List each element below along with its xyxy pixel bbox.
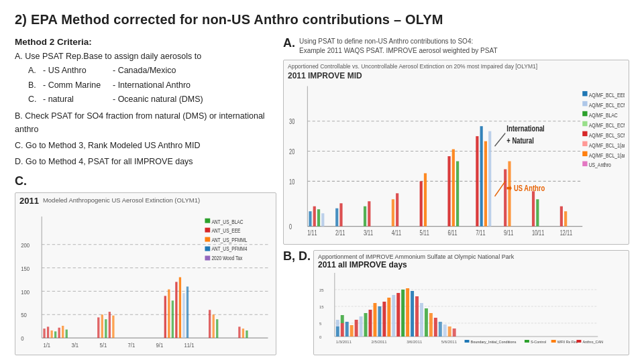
criteria-sub-a: A. - US Anthro - Canada/Mexico xyxy=(28,64,276,78)
svg-text:100: 100 xyxy=(21,288,30,296)
svg-rect-74 xyxy=(484,141,487,227)
svg-rect-125 xyxy=(341,315,344,323)
svg-text:4/11: 4/11 xyxy=(392,229,401,237)
svg-text:1/3/2011: 1/3/2011 xyxy=(336,340,352,344)
svg-rect-27 xyxy=(216,319,218,338)
svg-rect-143 xyxy=(425,308,428,337)
section-bd-label: B, D. xyxy=(283,250,311,262)
item-b-letter: B. xyxy=(15,111,25,121)
svg-text:AQ/MF_BLAC: AQ/MF_BLAC xyxy=(589,111,618,119)
svg-text:2/11: 2/11 xyxy=(335,229,345,237)
svg-text:0: 0 xyxy=(319,335,322,339)
svg-rect-13 xyxy=(97,317,99,338)
svg-rect-123 xyxy=(336,320,339,326)
svg-text:AQ/MF_BCL_ECML: AQ/MF_BCL_ECML xyxy=(589,121,625,129)
section-a-label: A. xyxy=(283,37,295,49)
svg-text:WFII Rx Fire: WFII Rx Fire xyxy=(557,340,578,344)
svg-text:3/6/2011: 3/6/2011 xyxy=(407,340,423,344)
svg-rect-44 xyxy=(205,228,210,233)
svg-rect-68 xyxy=(424,173,427,226)
svg-text:6/11: 6/11 xyxy=(447,229,457,237)
svg-rect-12 xyxy=(66,330,68,339)
svg-text:2/5/2011: 2/5/2011 xyxy=(371,340,387,344)
sub-label-a: - US Anthro xyxy=(43,64,110,78)
chart-c-svg: 1/1 3/1 5/1 7/1 9/1 11/1 0 50 100 150 20… xyxy=(19,207,272,352)
svg-rect-60 xyxy=(321,213,324,226)
sub-letter-c: C. xyxy=(28,93,40,107)
svg-rect-8 xyxy=(50,330,52,338)
svg-rect-145 xyxy=(434,318,437,337)
svg-text:AQ/MF_BCL_EEE: AQ/MF_BCL_EEE xyxy=(589,91,625,99)
svg-rect-9 xyxy=(54,331,56,338)
chart-c-box: 2011 Modeled Anthropogenic US Aerosol Ex… xyxy=(15,192,276,355)
sub-value-c: - Oceanic natural (DMS) xyxy=(113,93,203,107)
chart-right-top-box: Apportioned Controllable vs. Uncontrolla… xyxy=(283,60,629,245)
svg-text:1/1: 1/1 xyxy=(43,341,50,349)
svg-rect-11 xyxy=(62,326,64,338)
chart-bd-subtitle: Apportionment of IMPROVE Ammonium Sulfat… xyxy=(318,253,625,260)
svg-rect-20 xyxy=(172,300,174,338)
svg-rect-160 xyxy=(525,340,529,343)
svg-rect-6 xyxy=(43,328,45,338)
svg-text:International: International xyxy=(506,123,544,133)
svg-rect-10 xyxy=(58,328,60,338)
criteria-item-c: C. Go to Method 3, Rank Modeled US Anthr… xyxy=(15,139,276,152)
page-title: 2) EPA Method corrected for non-US Anthr… xyxy=(15,12,629,27)
svg-rect-16 xyxy=(109,312,111,338)
method-criteria: Method 2 Criteria: A. Use PSAT Rep.Base … xyxy=(15,37,276,168)
svg-rect-58 xyxy=(313,206,316,227)
sub-label-b: - Comm Marine xyxy=(43,78,110,93)
svg-text:9/1: 9/1 xyxy=(156,341,163,349)
svg-rect-61 xyxy=(335,208,338,227)
svg-rect-77 xyxy=(508,162,511,227)
svg-rect-23 xyxy=(182,293,184,338)
svg-text:ANT_US_PFMM4: ANT_US_PFMM4 xyxy=(211,246,247,253)
svg-rect-127 xyxy=(350,325,354,337)
right-top-subtitle: Apportioned Controllable vs. Uncontrolla… xyxy=(288,63,625,70)
svg-rect-50 xyxy=(205,255,210,260)
svg-rect-147 xyxy=(443,324,447,337)
right-top-content: Using PSAT to define non-US Anthro contr… xyxy=(299,37,629,56)
svg-rect-141 xyxy=(415,296,419,337)
svg-rect-115 xyxy=(582,162,587,166)
svg-text:15: 15 xyxy=(319,305,324,309)
svg-rect-67 xyxy=(420,181,423,226)
svg-rect-64 xyxy=(368,201,370,226)
item-c-letter: C. xyxy=(15,141,25,150)
svg-text:20: 20 xyxy=(289,148,294,156)
svg-text:5: 5 xyxy=(319,322,322,326)
svg-rect-24 xyxy=(186,286,189,338)
svg-text:S-Control: S-Control xyxy=(531,340,546,344)
svg-rect-140 xyxy=(411,291,414,337)
svg-rect-63 xyxy=(364,206,366,227)
right-top-description: Using PSAT to define non-US Anthro contr… xyxy=(299,37,629,56)
svg-text:AQ/MF_BCL_1(anv): AQ/MF_BCL_1(anv) xyxy=(589,151,625,159)
svg-rect-7 xyxy=(47,326,49,338)
svg-text:9/11: 9/11 xyxy=(504,229,513,237)
svg-rect-70 xyxy=(452,149,455,227)
svg-rect-19 xyxy=(168,290,170,338)
svg-text:ANT_US_BLAC: ANT_US_BLAC xyxy=(211,219,244,225)
criteria-list: A. Use PSAT Rep.Base to assign daily aer… xyxy=(15,50,276,168)
svg-text:25: 25 xyxy=(319,288,324,292)
svg-rect-72 xyxy=(476,136,478,226)
svg-rect-164 xyxy=(576,340,581,343)
svg-rect-81 xyxy=(564,211,567,226)
svg-rect-144 xyxy=(429,313,433,337)
svg-rect-109 xyxy=(582,131,587,136)
section-a-container: A. Using PSAT to define non-US Anthro co… xyxy=(283,37,629,56)
svg-text:AQ/MF_BCL_1(anv): AQ/MF_BCL_1(anv) xyxy=(589,141,625,149)
svg-rect-30 xyxy=(246,330,248,338)
svg-rect-146 xyxy=(439,322,442,337)
svg-text:➡ US Anthro: ➡ US Anthro xyxy=(506,183,545,193)
item-b-text: Check PSAT for SO4 fraction from natural… xyxy=(15,111,265,134)
chart-bd-title: 2011 all IMPROVE days xyxy=(318,260,625,269)
svg-rect-122 xyxy=(336,326,339,337)
method-label: Method 2 Criteria: xyxy=(15,37,276,47)
svg-text:1/11: 1/11 xyxy=(307,229,317,237)
svg-rect-131 xyxy=(369,310,372,337)
svg-text:Boundary_Initial_Conditions: Boundary_Initial_Conditions xyxy=(471,340,517,344)
svg-text:3/11: 3/11 xyxy=(364,229,373,237)
criteria-sub-b: B. - Comm Marine - International Anthro xyxy=(28,78,276,93)
svg-rect-111 xyxy=(582,141,587,146)
